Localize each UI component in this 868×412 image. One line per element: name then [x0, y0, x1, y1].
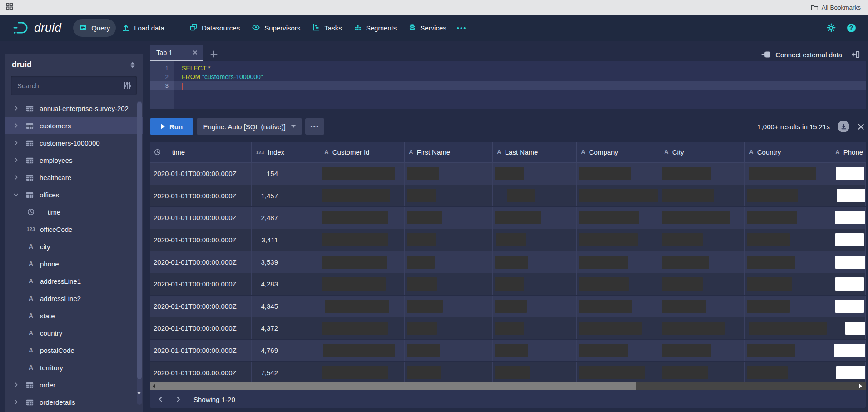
schema-selector[interactable]: druid: [12, 60, 32, 70]
sidebar-item-orderdetails[interactable]: orderdetails: [5, 393, 143, 411]
chevron-right-icon[interactable]: [13, 157, 20, 163]
nav-item-load-data[interactable]: Load data: [116, 19, 170, 37]
sidebar-column-postalCode[interactable]: ApostalCode: [5, 342, 143, 359]
sidebar-item-employees[interactable]: employees: [5, 151, 143, 169]
nav-item-query[interactable]: Query: [73, 19, 116, 37]
cell-time[interactable]: 2020-01-01T00:00:00.000Z: [150, 251, 252, 273]
cell-redacted[interactable]: [320, 340, 405, 362]
cell-redacted[interactable]: [660, 317, 745, 339]
sql-editor[interactable]: 1 2 3 SELECT * FROM "customers-1000000": [150, 61, 866, 109]
cell-redacted[interactable]: [405, 362, 493, 382]
settings-gear-button[interactable]: [824, 21, 838, 35]
search-input[interactable]: [11, 82, 137, 90]
cell-redacted[interactable]: [577, 207, 660, 229]
cell-time[interactable]: 2020-01-01T00:00:00.000Z: [150, 317, 252, 339]
cell-redacted[interactable]: [745, 296, 831, 317]
cell-redacted[interactable]: [660, 163, 745, 185]
cell-redacted[interactable]: [831, 296, 866, 317]
help-button[interactable]: ?: [844, 21, 858, 35]
cell-redacted[interactable]: [405, 163, 493, 185]
sidebar-column-__time[interactable]: __time: [5, 203, 143, 221]
nav-item-datasources[interactable]: Datasources: [184, 19, 246, 37]
cell-redacted[interactable]: [320, 207, 405, 229]
sidebar-column-country[interactable]: Acountry: [5, 324, 143, 342]
column-header-customer-id[interactable]: A Customer Id: [320, 142, 405, 162]
editor-code[interactable]: SELECT * FROM "customers-1000000": [174, 64, 866, 90]
cell-redacted[interactable]: [493, 185, 577, 207]
cell-redacted[interactable]: [660, 273, 745, 295]
chevron-right-icon[interactable]: [13, 382, 20, 388]
sidebar-column-city[interactable]: Acity: [5, 238, 143, 255]
cell-redacted[interactable]: [577, 185, 660, 207]
cell-index[interactable]: 1,457: [252, 185, 320, 207]
cell-redacted[interactable]: [745, 207, 831, 229]
cell-redacted[interactable]: [745, 163, 831, 185]
cell-redacted[interactable]: [320, 317, 405, 339]
cell-index[interactable]: 3,411: [252, 229, 320, 251]
sidebar-column-state[interactable]: Astate: [5, 307, 143, 324]
cell-redacted[interactable]: [493, 207, 577, 229]
cell-redacted[interactable]: [831, 207, 866, 229]
cell-redacted[interactable]: [493, 362, 577, 382]
cell-redacted[interactable]: [660, 340, 745, 362]
cell-redacted[interactable]: [577, 340, 660, 362]
cell-time[interactable]: 2020-01-01T00:00:00.000Z: [150, 185, 252, 207]
column-header-time[interactable]: __time: [150, 142, 252, 162]
cell-redacted[interactable]: [405, 185, 493, 207]
chevron-down-icon[interactable]: [13, 191, 20, 198]
column-header-index[interactable]: 123 Index: [252, 142, 320, 162]
close-results-icon[interactable]: [857, 123, 865, 131]
double-caret-icon[interactable]: [129, 61, 136, 69]
cell-time[interactable]: 2020-01-01T00:00:00.000Z: [150, 362, 252, 382]
cell-redacted[interactable]: [831, 273, 866, 295]
cell-redacted[interactable]: [405, 207, 493, 229]
nav-more-button[interactable]: •••: [452, 20, 471, 36]
cell-redacted[interactable]: [493, 163, 577, 185]
cell-redacted[interactable]: [493, 317, 577, 339]
cell-redacted[interactable]: [831, 340, 866, 362]
cell-redacted[interactable]: [493, 229, 577, 251]
cell-redacted[interactable]: [493, 251, 577, 273]
cell-index[interactable]: 7,542: [252, 362, 320, 382]
druid-logo[interactable]: druid: [13, 20, 61, 35]
cell-redacted[interactable]: [577, 251, 660, 273]
cell-redacted[interactable]: [320, 185, 405, 207]
cell-redacted[interactable]: [660, 185, 745, 207]
cell-redacted[interactable]: [320, 362, 405, 382]
column-header-company[interactable]: A Company: [577, 142, 660, 162]
column-header-country[interactable]: A Country: [745, 142, 831, 162]
cell-index[interactable]: 4,372: [252, 317, 320, 339]
cell-redacted[interactable]: [831, 185, 866, 207]
tab-close-icon[interactable]: [192, 50, 198, 55]
cell-redacted[interactable]: [745, 317, 831, 339]
cell-index[interactable]: 4,283: [252, 273, 320, 295]
cell-time[interactable]: 2020-01-01T00:00:00.000Z: [150, 163, 252, 185]
run-button[interactable]: Run: [150, 118, 193, 135]
chevron-right-icon[interactable]: [13, 140, 20, 146]
cell-redacted[interactable]: [660, 251, 745, 273]
cell-redacted[interactable]: [320, 251, 405, 273]
cell-redacted[interactable]: [745, 340, 831, 362]
sidebar-item-customers-1000000[interactable]: customers-1000000: [5, 134, 143, 151]
cell-redacted[interactable]: [831, 317, 866, 339]
cell-redacted[interactable]: [745, 185, 831, 207]
sidebar-column-addressLine1[interactable]: AaddressLine1: [5, 272, 143, 290]
apps-grid-icon[interactable]: [5, 2, 14, 12]
cell-redacted[interactable]: [493, 340, 577, 362]
cell-redacted[interactable]: [320, 163, 405, 185]
previous-page-button[interactable]: [157, 396, 164, 403]
cell-redacted[interactable]: [660, 362, 745, 382]
column-header-first-name[interactable]: A First Name: [405, 142, 493, 162]
sidebar-item-offices[interactable]: offices: [5, 186, 143, 203]
sidebar-scrollbar[interactable]: [137, 101, 142, 405]
cell-redacted[interactable]: [405, 229, 493, 251]
sidebar-column-officeCode[interactable]: 123officeCode: [5, 221, 143, 238]
cell-redacted[interactable]: [831, 251, 866, 273]
cell-time[interactable]: 2020-01-01T00:00:00.000Z: [150, 340, 252, 362]
cell-redacted[interactable]: [745, 251, 831, 273]
cell-redacted[interactable]: [577, 229, 660, 251]
sidebar-item-customers[interactable]: customers: [5, 117, 143, 134]
new-tab-button[interactable]: [210, 50, 218, 58]
cell-redacted[interactable]: [405, 340, 493, 362]
scroll-right-button[interactable]: [857, 382, 865, 390]
